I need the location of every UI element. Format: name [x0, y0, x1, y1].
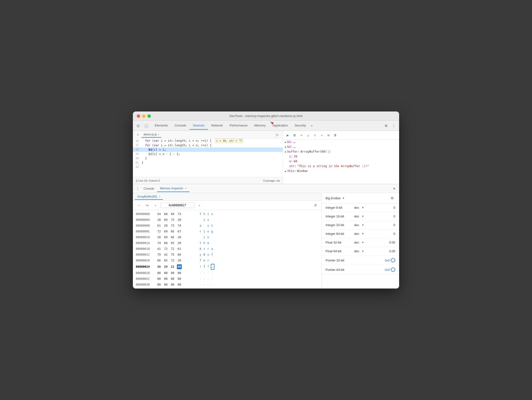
line-content-17: for (var i = str.length; i < n; ++i) {	[142, 143, 212, 148]
scope-key-str: str:	[289, 164, 296, 168]
tab-security[interactable]: Security	[291, 122, 309, 130]
settings-gear-icon[interactable]: ⚙	[383, 122, 389, 129]
hex-row-0: 00000000 54 68 69 73 This	[133, 211, 321, 217]
nav-forward-btn[interactable]: ↪	[144, 202, 150, 208]
hex-addr-5: 00000014	[136, 241, 153, 245]
hex-row-10: 00000028 00 00 00 00 ····	[133, 270, 321, 276]
int8-type[interactable]: dec	[354, 206, 359, 209]
panel-close-btn[interactable]: ✕	[391, 186, 397, 192]
ptr32-value[interactable]: 0x0 →	[385, 258, 395, 262]
scope-val-str: "This is a string in the ArrayBuffer :)!…	[297, 164, 369, 168]
code-line-22: 22	[133, 165, 283, 169]
file-tab-close-btn[interactable]: ×	[158, 133, 159, 136]
bottom-tab-bar: ⋮ Console Memory Inspector × ✕	[133, 184, 399, 193]
tab-elements[interactable]: Elements	[151, 122, 171, 130]
resume-btn[interactable]: ▶	[285, 132, 291, 138]
tab-memory-inspector[interactable]: Memory Inspector ×	[157, 185, 190, 192]
step-into-btn[interactable]: ↓	[305, 132, 311, 138]
ptr32-label: Pointer 32-bit	[326, 259, 352, 262]
scope-item-buffer[interactable]: ▶ buffer: ArrayBuffer(60) ⊟	[283, 149, 399, 154]
hex-row-9: 00000024 3A 29 21 00 :)!.	[133, 263, 321, 270]
step-btn[interactable]: ⇢	[319, 132, 325, 138]
run-icon[interactable]: ▷	[135, 131, 142, 138]
step-out-btn[interactable]: ↑	[312, 132, 318, 138]
step-over-btn[interactable]: ↷	[298, 132, 304, 138]
maximize-button[interactable]	[147, 114, 151, 118]
scope-item-str[interactable]: str: "This is a string in the ArrayBuffe…	[283, 164, 399, 169]
hex-bytes-12: 00 00 00 00	[157, 282, 195, 287]
tab-network[interactable]: Network	[208, 122, 226, 130]
scope-panel: ▶ ⏸ ↷ ↓ ↑ ⇢ ⊘ ⏸ ▶ b1: … ▶ b2: …	[283, 131, 399, 184]
value-row-float64: Float 64-bit dec ▼ 0.00	[322, 247, 399, 256]
scope-item-b2[interactable]: ▶ b2: …	[283, 144, 399, 149]
refresh-btn[interactable]: ↺	[312, 202, 319, 208]
device-icon[interactable]: ⬜	[143, 122, 149, 129]
value-row-int8: Integer 8-bit dec ▼ 0	[322, 203, 399, 212]
more-options-icon[interactable]: ⋮	[390, 122, 397, 129]
value-interpreter-panel: Big Endian ▼ ⚙ Integer 8-bit dec ▼ 0	[322, 193, 399, 289]
hex-addr-7: 0000001C	[136, 252, 153, 257]
code-line-18: 18 b1[i] = i;	[133, 148, 283, 152]
nav-back-btn[interactable]: ↩	[136, 202, 142, 208]
format-icon[interactable]: ▷	[274, 131, 281, 138]
scope-key-n: n:	[289, 160, 293, 163]
value-row-int32: Integer 32-bit dec ▼ 0	[322, 221, 399, 230]
hex-bytes-9: 3A 29 21 00	[157, 264, 195, 269]
line-content-20: }	[142, 156, 147, 161]
hex-bytes-0: 54 68 69 73	[157, 212, 195, 216]
pause-exception-btn[interactable]: ⏸	[332, 132, 338, 138]
devtools-body: ▷ demo-js.js × ▷ 16 for (var i = str.len…	[133, 131, 399, 289]
hex-addr-3: 0000000C	[136, 229, 153, 234]
nav-next-btn[interactable]: ›	[196, 202, 203, 208]
hex-addr-6: 00000018	[136, 246, 153, 251]
ptr64-value[interactable]: 0x0 →	[385, 267, 395, 272]
tab-sources[interactable]: Sources	[190, 122, 208, 130]
code-footer: {} Line 18, Column 5 Coverage: n/a	[133, 177, 283, 184]
file-tab-demo-js[interactable]: demo-js.js ×	[142, 132, 161, 138]
tab-performance[interactable]: Performance	[226, 122, 251, 130]
nav-prev-btn[interactable]: ‹	[152, 202, 159, 208]
coverage-label: Coverage: n/a	[263, 179, 280, 182]
hex-ascii-12: ····	[199, 282, 213, 287]
scope-item-b1[interactable]: ▶ b1: …	[283, 140, 399, 144]
int32-type[interactable]: dec	[354, 223, 359, 227]
scope-item-this[interactable]: ▶ this: Window	[283, 169, 399, 173]
tab-console[interactable]: Console	[171, 122, 190, 130]
file-tab-bar: ▷ demo-js.js × ▷	[133, 131, 283, 139]
int16-type[interactable]: dec	[354, 215, 359, 218]
devtools-settings-area: ⚙ ⋮	[383, 122, 397, 129]
interpreter-settings-btn[interactable]: ⚙	[389, 195, 395, 201]
tab-console-bottom[interactable]: Console	[141, 185, 157, 192]
inspector-icon[interactable]: ⊡	[135, 122, 142, 129]
scope-item-n[interactable]: n: 60	[283, 159, 399, 164]
line-content-18: b1[i] = i;	[142, 148, 166, 152]
close-button[interactable]	[137, 114, 140, 118]
hex-row-1: 00000004 20 69 73 20 is	[133, 217, 321, 223]
line-content-16: for (var i = str.length; i < n; ++i) { i…	[142, 139, 243, 143]
float32-type[interactable]: dec	[354, 241, 359, 244]
float32-label: Float 32-bit	[326, 241, 352, 244]
pause-btn[interactable]: ⏸	[292, 132, 297, 138]
hex-row-4: 00000010 20 69 6E 20 in	[133, 234, 321, 240]
arraybuffer-tab[interactable]: ArrayBuffer(60) ×	[135, 194, 163, 200]
endian-select[interactable]: Big Endian ▼	[326, 196, 345, 200]
ptr32-navigate-icon[interactable]: →	[391, 258, 395, 262]
code-line-16: 16 for (var i = str.length; i < n; ++i) …	[133, 139, 283, 143]
hex-row-3: 0000000C 72 69 6E 67 ring	[133, 229, 321, 234]
panel-dots-menu[interactable]: ⋮	[135, 186, 141, 192]
hex-ascii-5: the	[199, 241, 213, 245]
ptr64-navigate-icon[interactable]: →	[391, 267, 395, 272]
line-num-18: 18	[134, 148, 142, 152]
more-tabs-button[interactable]: »	[309, 122, 314, 129]
tab-memory[interactable]: Memory ➜	[251, 122, 269, 130]
deactivate-btn[interactable]: ⊘	[326, 132, 331, 138]
int64-type[interactable]: dec	[354, 232, 359, 236]
tab-memory-inspector-close[interactable]: ×	[185, 187, 186, 190]
arraybuffer-tab-close[interactable]: ×	[159, 195, 160, 198]
address-input[interactable]	[160, 203, 194, 208]
minimize-button[interactable]	[142, 114, 145, 118]
hex-bytes-11: 00 00 00 00	[157, 276, 195, 281]
scope-item-i[interactable]: i: 39	[283, 154, 399, 159]
float64-type[interactable]: dec	[354, 249, 359, 253]
scope-val-i: 39	[294, 155, 297, 158]
